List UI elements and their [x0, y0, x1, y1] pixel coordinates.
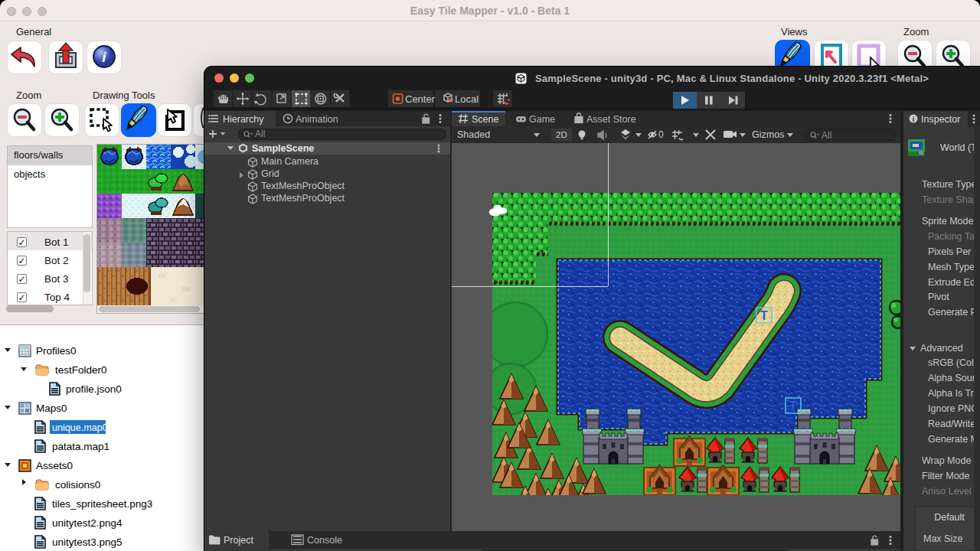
svg-text:2D: 2D: [556, 130, 567, 139]
svg-text:Generate Pl: Generate Pl: [928, 307, 979, 318]
svg-text:Grid: Grid: [261, 168, 279, 179]
svg-text:tiles_spritesheet.png3: tiles_spritesheet.png3: [52, 498, 152, 510]
svg-text:Animation: Animation: [296, 114, 338, 125]
svg-text:Extrude Edg: Extrude Edg: [928, 277, 980, 288]
svg-text:Maps0: Maps0: [36, 403, 67, 414]
svg-text:Center: Center: [405, 93, 436, 105]
svg-text:Texture Type: Texture Type: [922, 179, 976, 190]
svg-text:Gizmos: Gizmos: [752, 129, 784, 140]
svg-text:Shaded: Shaded: [457, 129, 490, 140]
svg-text:All: All: [822, 130, 831, 141]
svg-text:Max Size: Max Size: [923, 533, 962, 544]
svg-text:Sprite Mode: Sprite Mode: [922, 216, 973, 227]
svg-text:Project: Project: [224, 535, 253, 546]
svg-text:All: All: [255, 129, 265, 139]
svg-text:0: 0: [658, 129, 664, 140]
svg-text:Advanced: Advanced: [920, 343, 963, 354]
svg-text:colisions0: colisions0: [55, 479, 100, 491]
svg-text:SampleScene: SampleScene: [252, 143, 314, 154]
svg-text:patata.map1: patata.map1: [52, 441, 109, 452]
svg-text:Asset Store: Asset Store: [586, 114, 636, 125]
svg-text:Assets0: Assets0: [36, 460, 73, 471]
svg-text:i: i: [913, 116, 915, 123]
svg-text:i: i: [102, 49, 106, 65]
svg-text:Alpha Is Trar: Alpha Is Trar: [928, 388, 980, 399]
svg-text:Profiles0: Profiles0: [36, 345, 77, 357]
svg-text:Pixels Per U: Pixels Per U: [928, 246, 980, 257]
svg-text:Filter Mode: Filter Mode: [922, 471, 970, 481]
svg-text:Hierarchy: Hierarchy: [223, 114, 264, 125]
svg-text:T: T: [789, 399, 797, 412]
svg-text:Scene: Scene: [472, 114, 498, 125]
svg-text:T: T: [760, 309, 768, 322]
svg-text:Packing Ta: Packing Ta: [928, 231, 975, 242]
svg-text:Texture Shape: Texture Shape: [922, 194, 980, 205]
svg-text:unique.map0: unique.map0: [52, 422, 108, 433]
svg-text:Wrap Mode: Wrap Mode: [922, 455, 971, 466]
svg-text:unitytest3.png5: unitytest3.png5: [52, 536, 122, 548]
svg-text:Pivot: Pivot: [928, 292, 949, 302]
svg-text:TextMeshProObject: TextMeshProObject: [261, 181, 345, 191]
svg-text:sRGB (Color: sRGB (Color: [928, 357, 980, 368]
svg-text:Local: Local: [455, 93, 479, 105]
svg-text:Inspector: Inspector: [921, 114, 960, 125]
svg-text:Console: Console: [307, 535, 342, 546]
svg-text:Default: Default: [934, 512, 965, 523]
svg-text:Main Camera: Main Camera: [261, 156, 318, 167]
svg-text:testFolder0: testFolder0: [55, 364, 107, 376]
svg-text:Mesh Type: Mesh Type: [928, 262, 975, 272]
svg-text:Read/Write: Read/Write: [928, 419, 975, 429]
svg-text:Alpha Sourc: Alpha Sourc: [928, 373, 980, 383]
svg-text:Game: Game: [529, 114, 555, 125]
svg-text:unitytest2.png4: unitytest2.png4: [52, 517, 122, 529]
svg-text:Ignore PNG: Ignore PNG: [928, 403, 978, 414]
svg-text:Generate M: Generate M: [928, 434, 978, 445]
svg-text:profile.json0: profile.json0: [66, 383, 122, 395]
svg-text:TextMeshProObject: TextMeshProObject: [261, 193, 345, 204]
svg-text:Aniso Level: Aniso Level: [922, 486, 972, 497]
